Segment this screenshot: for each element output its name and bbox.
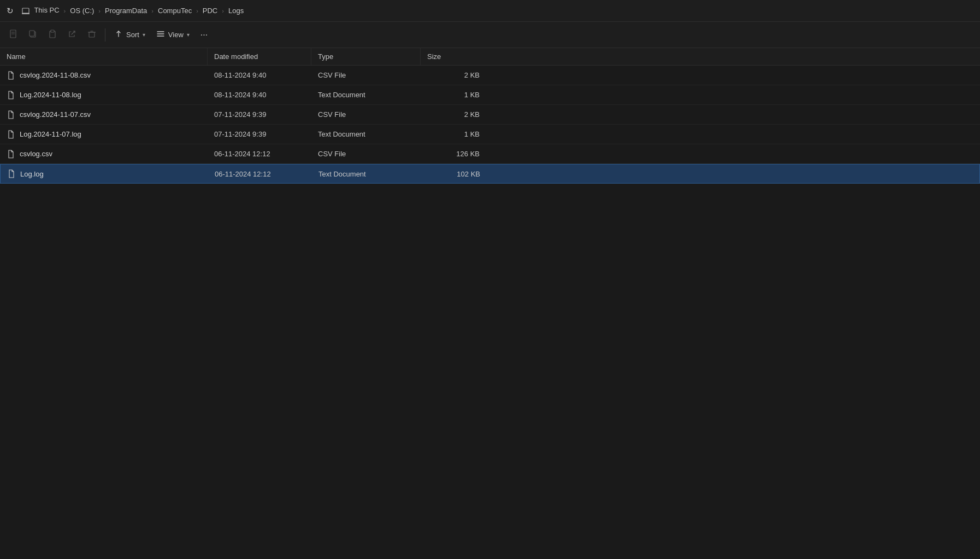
file-icon [7, 169, 16, 178]
copy-icon [28, 30, 37, 40]
file-icon [7, 110, 15, 119]
col-header-date[interactable]: Date modified [208, 48, 311, 65]
file-size-cell: 126 KB [421, 150, 486, 158]
file-type-cell: Text Document [312, 170, 421, 178]
file-type: CSV File [318, 110, 346, 119]
file-type-cell: CSV File [311, 110, 421, 119]
sort-label: Sort [126, 31, 139, 39]
file-date-cell: 06-11-2024 12:12 [208, 170, 312, 178]
breadcrumb-sep-3: › [151, 8, 154, 14]
table-row[interactable]: csvlog.csv 06-11-2024 12:12 CSV File 126… [0, 144, 980, 164]
file-type: Text Document [318, 170, 366, 178]
table-row[interactable]: Log.2024-11-08.log 08-11-2024 9:40 Text … [0, 85, 980, 105]
file-size-cell: 2 KB [421, 110, 486, 119]
share-button[interactable] [63, 25, 81, 45]
share-icon [68, 30, 76, 40]
view-label: View [168, 31, 184, 39]
file-size-cell: 102 KB [421, 170, 487, 178]
file-type-cell: CSV File [311, 150, 421, 158]
new-icon [9, 30, 17, 40]
file-size: 1 KB [464, 130, 480, 138]
file-date-cell: 07-11-2024 9:39 [208, 130, 311, 138]
svg-rect-6 [29, 31, 34, 36]
file-name-cell: csvlog.2024-11-07.csv [0, 110, 208, 119]
file-date: 07-11-2024 9:39 [214, 110, 266, 119]
file-name: Log.2024-11-07.log [20, 130, 81, 138]
paste-icon [48, 30, 57, 40]
file-date-cell: 08-11-2024 9:40 [208, 91, 311, 99]
file-type-cell: CSV File [311, 71, 421, 79]
table-row[interactable]: csvlog.2024-11-08.csv 08-11-2024 9:40 CS… [0, 66, 980, 85]
file-name-cell: Log.log [1, 169, 208, 178]
svg-rect-0 [22, 8, 29, 13]
file-date: 07-11-2024 9:39 [214, 130, 266, 138]
toolbar: Sort ▾ View ▾ ··· [0, 22, 980, 48]
breadcrumb-item-pdc[interactable]: PDC [203, 7, 217, 15]
file-name: csvlog.csv [20, 150, 52, 158]
view-button[interactable]: View ▾ [152, 25, 194, 45]
file-name-cell: Log.2024-11-08.log [0, 91, 208, 99]
file-date-cell: 08-11-2024 9:40 [208, 71, 311, 79]
file-type-cell: Text Document [311, 91, 421, 99]
column-headers: Name Date modified Type Size [0, 48, 980, 66]
file-date: 08-11-2024 9:40 [214, 71, 266, 79]
file-type: CSV File [318, 150, 346, 158]
breadcrumb-item-pc[interactable]: This PC [21, 6, 60, 15]
file-size: 2 KB [464, 71, 480, 79]
delete-icon [87, 30, 96, 40]
file-name: csvlog.2024-11-07.csv [20, 110, 91, 119]
sort-chevron: ▾ [143, 32, 145, 38]
more-icon: ··· [200, 30, 208, 40]
view-chevron: ▾ [187, 32, 190, 38]
paste-button[interactable] [44, 25, 61, 45]
table-row[interactable]: csvlog.2024-11-07.csv 07-11-2024 9:39 CS… [0, 105, 980, 125]
file-name-cell: Log.2024-11-07.log [0, 130, 208, 139]
file-name: Log.2024-11-08.log [20, 91, 81, 99]
new-button[interactable] [4, 25, 22, 45]
file-date-cell: 07-11-2024 9:39 [208, 110, 311, 119]
sort-button[interactable]: Sort ▾ [110, 25, 150, 45]
col-header-type[interactable]: Type [311, 48, 421, 65]
breadcrumb-item-computec[interactable]: CompuTec [158, 7, 192, 15]
file-icon [7, 91, 15, 99]
file-icon [7, 150, 15, 158]
file-icon [7, 71, 15, 80]
col-header-size[interactable]: Size [421, 48, 486, 65]
file-type: Text Document [318, 130, 365, 138]
breadcrumb-item-osc[interactable]: OS (C:) [70, 7, 94, 15]
file-list: csvlog.2024-11-08.csv 08-11-2024 9:40 CS… [0, 66, 980, 184]
delete-button[interactable] [83, 25, 101, 45]
copy-button[interactable] [24, 25, 42, 45]
svg-rect-9 [89, 32, 95, 37]
refresh-icon[interactable]: ↻ [7, 6, 14, 16]
file-date: 06-11-2024 12:12 [214, 150, 270, 158]
file-date: 06-11-2024 12:12 [215, 170, 271, 178]
view-icon [156, 30, 165, 40]
svg-rect-1 [22, 13, 29, 14]
toolbar-separator-1 [105, 28, 105, 42]
file-name-cell: csvlog.csv [0, 150, 208, 158]
file-date: 08-11-2024 9:40 [214, 91, 266, 99]
file-size-cell: 1 KB [421, 130, 486, 138]
breadcrumb-item-programdata[interactable]: ProgramData [105, 7, 147, 15]
svg-rect-8 [51, 30, 54, 32]
file-icon [7, 130, 15, 139]
breadcrumb-sep-5: › [222, 8, 224, 14]
file-name: Log.log [20, 170, 44, 178]
file-date-cell: 06-11-2024 12:12 [208, 150, 311, 158]
breadcrumb-sep-1: › [64, 8, 66, 14]
file-size-cell: 1 KB [421, 91, 486, 99]
breadcrumb-item-logs[interactable]: Logs [228, 7, 244, 15]
more-button[interactable]: ··· [196, 25, 212, 45]
file-area: Name Date modified Type Size csvlog.2024… [0, 48, 980, 559]
col-header-name[interactable]: Name [0, 48, 208, 65]
file-size: 2 KB [464, 110, 480, 119]
file-name-cell: csvlog.2024-11-08.csv [0, 71, 208, 80]
sort-icon [114, 30, 123, 40]
file-type: Text Document [318, 91, 365, 99]
file-size-cell: 2 KB [421, 71, 486, 79]
table-row[interactable]: Log.2024-11-07.log 07-11-2024 9:39 Text … [0, 125, 980, 144]
title-bar: ↻ This PC › OS (C:) › ProgramData › Comp… [0, 0, 980, 22]
table-row[interactable]: Log.log 06-11-2024 12:12 Text Document 1… [0, 164, 980, 184]
file-size: 126 KB [456, 150, 480, 158]
